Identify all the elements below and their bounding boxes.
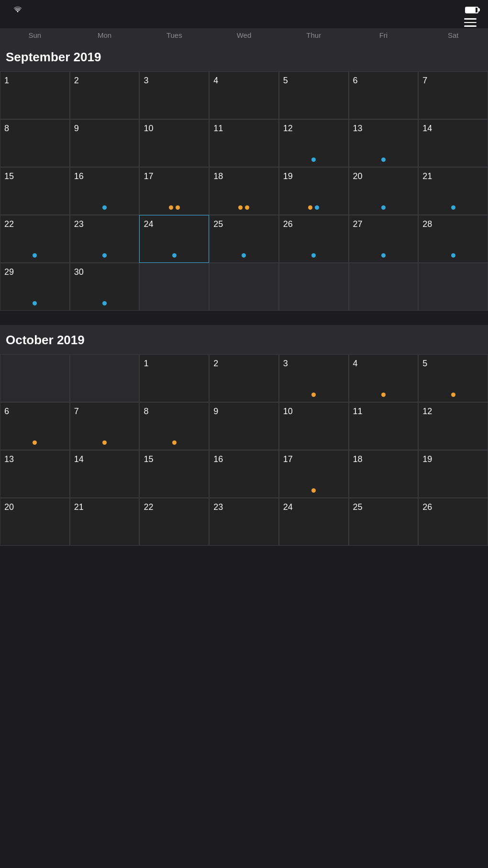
day-cell-6[interactable]: 6	[0, 402, 70, 450]
day-cell-13[interactable]: 13	[0, 450, 70, 498]
blue-dot	[381, 205, 386, 210]
orange-dot	[169, 205, 173, 210]
day-cell-22[interactable]: 22	[139, 498, 209, 546]
day-cell-29[interactable]: 29	[0, 263, 70, 311]
day-number: 23	[213, 502, 275, 512]
day-cell-24[interactable]: 24	[139, 215, 209, 263]
day-cell-18[interactable]: 18	[209, 167, 279, 215]
day-number: 20	[353, 171, 414, 181]
month-title-1: October 2019	[6, 333, 482, 348]
day-cell-7[interactable]: 7	[418, 71, 488, 119]
day-cell-17[interactable]: 17	[139, 167, 209, 215]
weekday-label-fri: Fri	[349, 31, 419, 39]
day-cell-11[interactable]: 11	[349, 402, 419, 450]
day-number: 7	[74, 406, 135, 417]
blue-dot	[172, 253, 177, 258]
menu-line-3	[464, 25, 477, 27]
blue-dot	[33, 301, 37, 305]
day-number: 2	[213, 359, 275, 369]
day-cell-4[interactable]: 4	[349, 354, 419, 402]
day-cell-11[interactable]: 11	[209, 119, 279, 167]
event-dots	[279, 205, 348, 210]
day-number: 8	[144, 406, 205, 417]
day-cell-4[interactable]: 4	[209, 71, 279, 119]
day-cell-15[interactable]: 15	[0, 167, 70, 215]
day-cell-1[interactable]: 1	[0, 71, 70, 119]
day-number: 26	[283, 219, 344, 229]
day-cell-27[interactable]: 27	[349, 215, 419, 263]
day-cell-23[interactable]: 23	[70, 215, 140, 263]
day-cell-25[interactable]: 25	[349, 498, 419, 546]
day-cell-2[interactable]: 2	[209, 354, 279, 402]
orange-dot	[311, 488, 316, 493]
day-cell-5[interactable]: 5	[279, 71, 349, 119]
day-cell-15[interactable]: 15	[139, 450, 209, 498]
day-cell-8[interactable]: 8	[0, 119, 70, 167]
day-cell-21[interactable]: 21	[70, 498, 140, 546]
day-cell-1[interactable]: 1	[139, 354, 209, 402]
day-cell-2[interactable]: 2	[70, 71, 140, 119]
blue-dot	[311, 158, 316, 162]
day-cell-21[interactable]: 21	[418, 167, 488, 215]
day-cell-24[interactable]: 24	[279, 498, 349, 546]
day-cell-14[interactable]: 14	[418, 119, 488, 167]
day-cell-17[interactable]: 17	[279, 450, 349, 498]
day-cell-16[interactable]: 16	[70, 167, 140, 215]
day-cell-13[interactable]: 13	[349, 119, 419, 167]
day-cell-18[interactable]: 18	[349, 450, 419, 498]
day-cell-5[interactable]: 5	[418, 354, 488, 402]
battery-icon	[465, 7, 478, 13]
day-cell-26[interactable]: 26	[279, 215, 349, 263]
day-cell-22[interactable]: 22	[0, 215, 70, 263]
day-cell-9[interactable]: 9	[209, 402, 279, 450]
day-cell-25[interactable]: 25	[209, 215, 279, 263]
day-cell-19[interactable]: 19	[279, 167, 349, 215]
event-dots	[210, 205, 278, 210]
day-number: 13	[353, 124, 414, 134]
day-cell-20[interactable]: 20	[349, 167, 419, 215]
day-cell-12[interactable]: 12	[279, 119, 349, 167]
weekday-label-thur: Thur	[279, 31, 349, 39]
blue-dot	[102, 205, 107, 210]
day-cell-20[interactable]: 20	[0, 498, 70, 546]
day-number: 21	[74, 502, 135, 512]
empty-cell-end	[349, 263, 419, 311]
day-cell-23[interactable]: 23	[209, 498, 279, 546]
day-cell-14[interactable]: 14	[70, 450, 140, 498]
event-dots	[0, 253, 69, 258]
empty-cell-end	[279, 263, 349, 311]
day-number: 29	[4, 267, 66, 277]
day-cell-10[interactable]: 10	[139, 119, 209, 167]
day-cell-16[interactable]: 16	[209, 450, 279, 498]
day-number: 21	[422, 171, 484, 181]
day-cell-9[interactable]: 9	[70, 119, 140, 167]
day-cell-10[interactable]: 10	[279, 402, 349, 450]
orange-dot	[172, 440, 177, 445]
empty-cell-end	[139, 263, 209, 311]
blue-dot	[381, 158, 386, 162]
day-number: 1	[4, 76, 66, 86]
day-cell-7[interactable]: 7	[70, 402, 140, 450]
event-dots	[140, 253, 209, 258]
empty-cell	[70, 354, 140, 402]
day-cell-8[interactable]: 8	[139, 402, 209, 450]
status-bar	[0, 0, 488, 18]
day-cell-12[interactable]: 12	[418, 402, 488, 450]
event-dots	[349, 205, 418, 210]
day-number: 16	[74, 171, 135, 181]
day-number: 23	[74, 219, 135, 229]
day-number: 17	[144, 171, 205, 181]
day-number: 20	[4, 502, 66, 512]
day-cell-3[interactable]: 3	[279, 354, 349, 402]
day-cell-26[interactable]: 26	[418, 498, 488, 546]
day-cell-6[interactable]: 6	[349, 71, 419, 119]
menu-button[interactable]	[462, 16, 478, 29]
event-dots	[349, 158, 418, 162]
day-number: 4	[353, 359, 414, 369]
day-cell-28[interactable]: 28	[418, 215, 488, 263]
orange-dot	[451, 393, 455, 397]
day-cell-3[interactable]: 3	[139, 71, 209, 119]
day-number: 19	[422, 454, 484, 464]
day-cell-19[interactable]: 19	[418, 450, 488, 498]
day-cell-30[interactable]: 30	[70, 263, 140, 311]
